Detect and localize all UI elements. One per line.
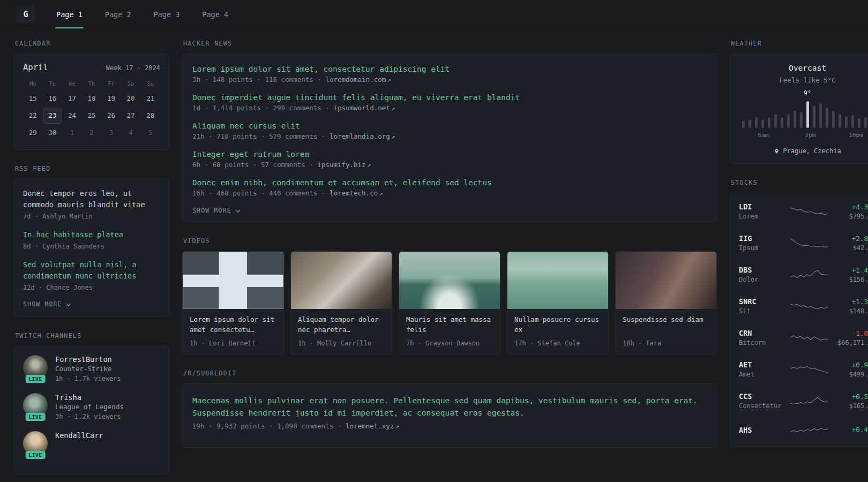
stock-row[interactable]: CCS Consectetur +0.51% $165.84 <box>739 385 868 417</box>
hn-domain-link[interactable]: ipsumify.biz <box>317 161 365 169</box>
rss-header: RSS FEED <box>15 165 169 172</box>
hn-domain-link[interactable]: loremdomain.com <box>325 76 386 84</box>
stock-row[interactable]: SNRC Sit +1.36% $148.64 <box>739 290 868 322</box>
hn-item-title[interactable]: Integer eget rutrum lorem <box>192 150 707 159</box>
stock-symbol: AET <box>739 360 786 369</box>
rss-item-title[interactable]: Donec tempor eros leo, ut commodo mauris… <box>23 188 160 210</box>
hn-domain-link[interactable]: loremlandia.org <box>330 132 390 140</box>
tab-page-2[interactable]: Page 2 <box>104 0 132 28</box>
stock-id: IIG Ipsum <box>739 234 786 252</box>
hn-item-meta: 16h · 468 points · 440 comments · loremt… <box>192 189 707 197</box>
video-card[interactable]: Lorem ipsum dolor sit amet consectetu… 1… <box>182 251 284 355</box>
tab-page-1[interactable]: Page 1 <box>55 0 84 28</box>
calendar-day: 15 <box>23 91 43 107</box>
stock-symbol: SNRC <box>739 297 786 306</box>
show-more-label: SHOW MORE <box>23 300 62 308</box>
video-thumbnail <box>291 252 392 309</box>
stock-name: Lorem <box>739 213 786 220</box>
video-meta: 17h · Stefan Cole <box>507 336 608 354</box>
stock-values: -1.00% $66,171.48 <box>832 329 868 347</box>
app-logo[interactable]: G <box>16 5 35 24</box>
hn-item-title[interactable]: Lorem ipsum dolor sit amet, consectetur … <box>192 65 707 73</box>
calendar-day: 3 <box>101 125 121 141</box>
stock-sparkline <box>790 205 828 219</box>
hn-item-title[interactable]: Donec imperdiet augue tincidunt felis al… <box>192 93 707 102</box>
calendar-day: 28 <box>140 108 160 124</box>
weather-bar <box>826 108 828 128</box>
tab-page-4[interactable]: Page 4 <box>201 0 229 28</box>
rss-item-title[interactable]: Sed volutpat nulla nisl, a condimentum n… <box>23 259 160 282</box>
video-card[interactable]: Mauris sit amet massa felis 7h · Grayson… <box>399 251 500 355</box>
stock-symbol: DBS <box>739 266 786 274</box>
right-column: WEATHER Overcast Feels like 5°C 9° 6am 2… <box>730 33 868 447</box>
rss-show-more-button[interactable]: SHOW MORE <box>23 300 71 308</box>
stocks-widget: LDI Lorem +4.35% $795.18 IIG Ipsum +2.84… <box>730 193 868 447</box>
hn-item-title[interactable]: Donec enim nibh, condimentum et accumsan… <box>192 178 707 187</box>
rss-widget: Donec tempor eros leo, ut commodo mauris… <box>14 179 169 317</box>
video-card[interactable]: Aliquam tempor dolor nec pharetra… 1h · … <box>290 251 392 355</box>
stock-change: +0.92% <box>832 361 868 369</box>
weather-chart-wrap: 9° 6am 2pm 10pm <box>742 100 868 140</box>
stock-sparkline <box>790 236 828 250</box>
stock-id: CCS Consectetur <box>739 392 786 410</box>
weather-location-row: Prague, Czechia <box>739 147 868 155</box>
show-more-label: SHOW MORE <box>192 207 231 214</box>
avatar-wrap: LIVE <box>23 355 48 380</box>
stock-price: $795.18 <box>832 213 868 220</box>
stock-row[interactable]: AET Amet +0.92% $499.72 <box>739 353 868 385</box>
calendar-day: 2 <box>82 125 102 141</box>
avatar-wrap: LIVE <box>23 393 48 418</box>
hn-domain-link[interactable]: ipsumworld.net <box>333 104 390 112</box>
video-title: Suspendisse sed diam <box>616 309 716 336</box>
calendar-dow: Tu <box>43 77 63 89</box>
twitch-channel-row[interactable]: LIVE KendallCarr <box>23 431 160 456</box>
stock-row[interactable]: IIG Ipsum +2.84% $42.04 <box>739 227 868 259</box>
calendar-dow: Mo <box>23 77 43 89</box>
stock-change: +2.84% <box>832 235 868 243</box>
calendar-day: 30 <box>43 125 63 141</box>
calendar-dow: Fr <box>101 77 121 89</box>
stock-values: +1.36% $148.64 <box>832 298 868 315</box>
calendar-widget: April Week 17 · 2024 MoTuWeThFrSaSu15161… <box>14 54 169 150</box>
stock-id: SNRC Sit <box>739 297 786 315</box>
tab-page-3[interactable]: Page 3 <box>153 0 181 28</box>
calendar-day: 26 <box>101 108 121 124</box>
hn-domain-link[interactable]: loremtech.co <box>330 189 378 197</box>
hackernews-widget: Lorem ipsum dolor sit amet, consectetur … <box>182 54 717 222</box>
stock-row[interactable]: DBS Dolor +1.42% $156.28 <box>739 259 868 290</box>
hn-item-title[interactable]: Aliquam nec cursus elit <box>192 122 707 130</box>
weather-bar <box>787 114 790 128</box>
external-link-icon: ↗ <box>395 422 399 430</box>
calendar-month: April <box>23 63 48 72</box>
calendar-day: 4 <box>121 125 141 141</box>
twitch-channel-row[interactable]: LIVE Trisha League of Legends 3h · 1.2k … <box>23 393 160 421</box>
stock-values: +0.92% $499.72 <box>832 361 868 378</box>
stock-symbol: IIG <box>739 234 786 243</box>
subreddit-domain-link[interactable]: loremnet.xyz <box>346 422 394 430</box>
subreddit-widget: Maecenas mollis pulvinar erat non posuer… <box>182 383 717 448</box>
stock-row[interactable]: CRN Bitcorn -1.00% $66,171.48 <box>739 322 868 353</box>
rss-item-title[interactable]: In hac habitasse platea <box>23 229 160 240</box>
external-link-icon: ↗ <box>379 189 383 197</box>
calendar-day: 29 <box>23 125 43 141</box>
calendar-day: 18 <box>82 91 102 107</box>
location-pin-icon <box>774 148 780 155</box>
hackernews-header: HACKER NEWS <box>183 40 717 47</box>
stock-values: +2.84% $42.04 <box>832 235 868 252</box>
video-card[interactable]: Nullam posuere cursus ex 17h · Stefan Co… <box>507 251 609 355</box>
stock-values: +4.35% $795.18 <box>832 203 868 220</box>
video-thumbnail <box>183 252 283 309</box>
calendar-day: 25 <box>82 108 102 124</box>
stock-sparkline <box>790 424 828 438</box>
hn-item-meta: 3h · 148 points · 116 comments · loremdo… <box>192 76 707 84</box>
video-card[interactable]: Suspendisse sed diam 18h · Tara <box>615 251 717 355</box>
stock-row[interactable]: LDI Lorem +4.35% $795.18 <box>739 195 868 227</box>
video-title: Aliquam tempor dolor nec pharetra… <box>291 309 392 336</box>
hn-show-more-button[interactable]: SHOW MORE <box>192 207 241 214</box>
twitch-channel-row[interactable]: LIVE ForrestBurton Counter-Strike 1h · 1… <box>23 355 160 383</box>
subreddit-post-title[interactable]: Maecenas mollis pulvinar erat non posuer… <box>192 395 707 419</box>
stock-row[interactable]: AHS +0.46% <box>739 417 868 445</box>
rss-item-meta: 7d · Ashlyn Martin <box>23 212 160 221</box>
stock-name: Bitcorn <box>739 339 786 347</box>
weather-bar <box>794 111 796 128</box>
